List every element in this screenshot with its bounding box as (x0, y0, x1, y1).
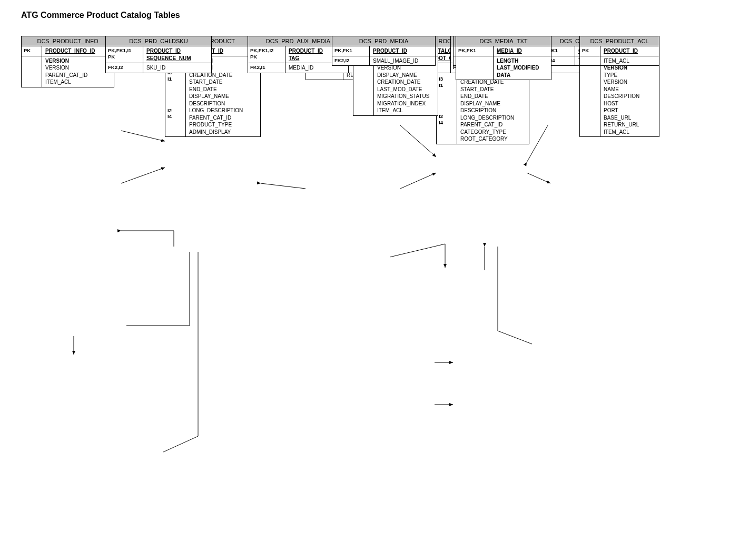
svg-line-22 (498, 331, 532, 344)
dcs-media-txt: DCS_MEDIA_TXT PK,FK1MEDIA_ID LENGTH LAST… (456, 36, 551, 80)
svg-line-3 (121, 168, 165, 183)
dcs-product-info: DCS_PRODUCT_INFO PKPRODUCT_INFO_ID VERSI… (21, 36, 114, 87)
dcs-prd-chldsku: DCS_PRD_CHLDSKU PK,FK1,I1 PKPRODUCT_ID S… (105, 36, 212, 73)
erd-canvas: DCS_PRD_PRDINFO PK,FK1 PKPRODUCT_ID CATA… (11, 36, 737, 560)
dcs-product-acl: DCS_PRODUCT_ACL PKPRODUCT_ID ITEM_ACL (579, 36, 659, 66)
svg-line-10 (527, 173, 550, 183)
dcs-prd-media: DCS_PRD_MEDIA PK,FK1PRODUCT_ID FK2,I2SMA… (332, 36, 436, 66)
svg-line-2 (121, 131, 165, 141)
svg-line-6 (261, 183, 305, 189)
svg-line-8 (400, 173, 436, 189)
svg-line-11 (390, 244, 445, 257)
svg-line-7 (400, 125, 436, 157)
page-title: ATG Commerce Product Catalog Tables (21, 11, 738, 20)
svg-line-9 (527, 125, 548, 162)
svg-line-17 (163, 436, 198, 452)
